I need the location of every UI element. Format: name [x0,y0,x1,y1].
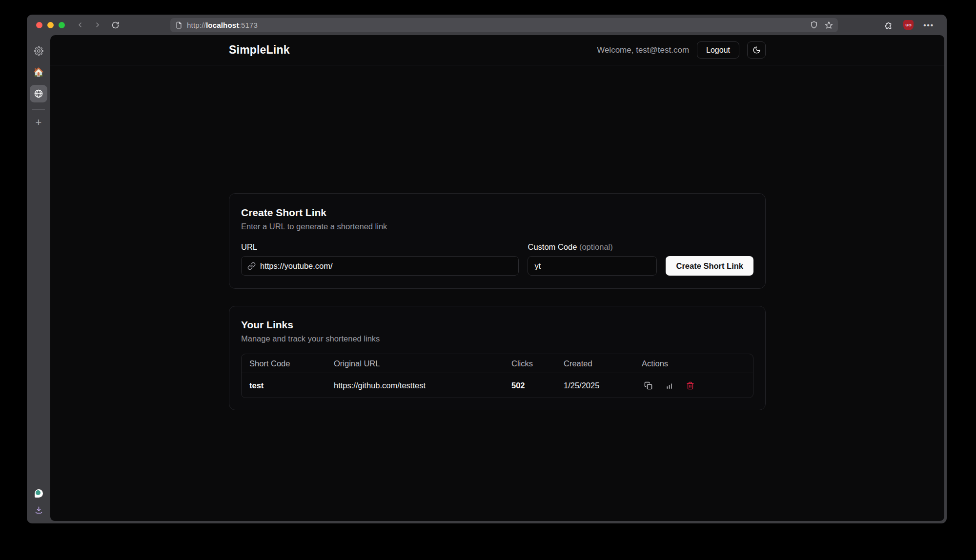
links-table: Short Code Original URL Clicks Created A… [241,354,753,398]
browser-window: http://localhost:5173 UO ••• [27,15,947,523]
your-links-card: Your Links Manage and track your shorten… [229,306,766,410]
home-tab[interactable]: 🏠 [30,63,47,81]
web-page: SimpleLink Welcome, test@test.com Logout… [50,35,944,521]
create-link-form: URL Custom Code (optional) [241,242,753,276]
page-info-icon[interactable] [175,21,183,29]
header-right-group: Welcome, test@test.com Logout [597,41,766,59]
create-short-link-button[interactable]: Create Short Link [666,256,753,276]
bookmark-star-icon[interactable] [825,21,833,29]
active-tab-globe-icon[interactable] [30,85,47,102]
chevron-right-icon [94,21,102,29]
custom-code-optional-text: (optional) [579,242,613,251]
tracking-protection-shield-icon[interactable] [810,21,818,29]
copy-icon [644,381,652,390]
custom-code-label-text: Custom Code [528,242,577,251]
reload-button[interactable] [109,19,122,31]
close-window-button[interactable] [36,22,42,28]
custom-code-label: Custom Code (optional) [528,242,657,252]
extensions-puzzle-icon[interactable] [884,20,894,30]
ublock-extension-badge[interactable]: UO [903,20,914,30]
plus-icon: + [36,116,42,129]
app-header: SimpleLink Welcome, test@test.com Logout [50,35,944,65]
back-button[interactable] [74,19,86,31]
url-input-wrapper [241,256,519,276]
theme-toggle-button[interactable] [747,41,766,59]
url-field-label: URL [241,242,519,252]
url-text: http://localhost:5173 [187,21,258,29]
url-input[interactable] [260,261,512,271]
forward-button[interactable] [91,19,104,31]
col-created: Created [556,359,634,368]
row-actions [634,379,753,392]
logout-button[interactable]: Logout [697,41,739,59]
link-icon [247,262,256,270]
row-short-code: test [242,381,326,390]
house-emoji-icon: 🏠 [33,67,44,78]
sidebar-divider [32,109,45,110]
links-card-title: Your Links [241,319,753,331]
links-card-subtitle: Manage and track your shortened links [241,334,753,343]
url-scheme: http:// [187,21,206,29]
window-controls [36,22,65,28]
row-created: 1/25/2025 [556,381,634,390]
chevron-left-icon [76,21,84,29]
col-original-url: Original URL [326,359,504,368]
bar-chart-icon [665,381,673,390]
browser-sidebar: 🏠 + [27,35,50,523]
col-clicks: Clicks [504,359,556,368]
app-brand: SimpleLink [229,43,290,57]
create-card-subtitle: Enter a URL to generate a shortened link [241,222,753,231]
custom-code-input-wrapper [528,256,657,276]
moon-icon [752,46,761,54]
copy-link-button[interactable] [642,379,654,392]
minimize-window-button[interactable] [47,22,54,28]
desktop-background: http://localhost:5173 UO ••• [0,0,976,560]
custom-code-input[interactable] [534,261,651,271]
table-row: test https://github.com/testtest 502 1/2… [242,373,753,398]
url-field-group: URL [241,242,519,276]
stats-button[interactable] [663,379,675,392]
settings-tab-gear-icon[interactable] [30,42,47,60]
row-original-url: https://github.com/testtest [326,381,504,390]
url-host: localhost [206,21,239,29]
col-short-code: Short Code [242,359,326,368]
trash-icon [686,381,694,390]
welcome-text: Welcome, test@test.com [597,45,689,55]
browser-toolbar: http://localhost:5173 UO ••• [27,15,947,35]
url-port: :5173 [239,21,258,29]
toolbar-right-group: UO ••• [884,20,934,30]
more-menu-button[interactable]: ••• [923,21,934,29]
new-tab-button[interactable]: + [30,114,47,131]
zoom-window-button[interactable] [59,22,65,28]
custom-code-field-group: Custom Code (optional) [528,242,657,276]
create-short-link-card: Create Short Link Enter a URL to generat… [229,193,766,289]
links-table-header: Short Code Original URL Clicks Created A… [242,354,753,373]
create-card-title: Create Short Link [241,207,753,219]
workspace-avatar-icon[interactable] [35,489,43,498]
reload-icon [111,21,120,29]
delete-link-button[interactable] [684,379,696,392]
row-clicks: 502 [504,381,556,390]
col-actions: Actions [634,359,753,368]
downloads-icon[interactable] [34,505,43,515]
address-bar[interactable]: http://localhost:5173 [170,18,838,32]
